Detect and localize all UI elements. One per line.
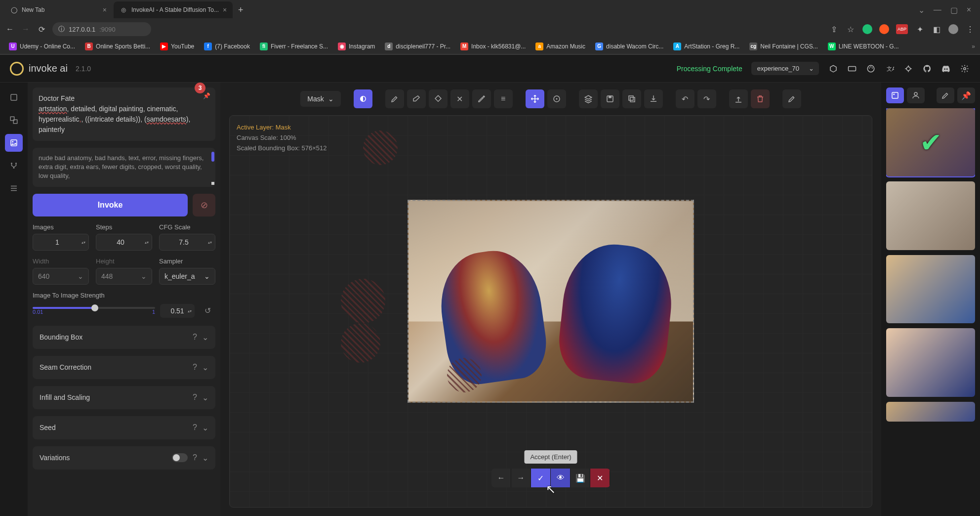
- layer-select[interactable]: Mask⌄: [300, 91, 340, 107]
- reset-button[interactable]: ↺: [200, 303, 215, 319]
- keyboard-icon[interactable]: [847, 63, 858, 74]
- negative-prompt-input[interactable]: nude bad anatomy, bad hands, text, error…: [33, 148, 215, 187]
- slider-thumb[interactable]: [91, 304, 98, 311]
- txt2img-tab-icon[interactable]: [5, 88, 23, 106]
- infill-scaling-accordion[interactable]: Infill and Scaling ?⌄: [33, 386, 215, 409]
- share-icon[interactable]: ⇪: [829, 25, 839, 34]
- upload-button[interactable]: [729, 89, 748, 108]
- sidepanel-icon[interactable]: ◧: [932, 25, 941, 34]
- download-button[interactable]: [644, 89, 663, 108]
- resize-handle[interactable]: [211, 182, 214, 185]
- transform-tool-button[interactable]: [547, 89, 566, 108]
- close-icon[interactable]: ×: [103, 6, 107, 14]
- bookmark-item[interactable]: fiFiverr - Freelance S...: [256, 41, 332, 52]
- reload-button[interactable]: ⟳: [37, 25, 46, 34]
- url-bar[interactable]: ⓘ 127.0.0.1:9090: [52, 22, 151, 36]
- language-icon[interactable]: 文A: [884, 63, 895, 74]
- chevron-down-icon[interactable]: ⌄: [918, 5, 925, 15]
- gallery-settings-button[interactable]: [937, 87, 954, 103]
- browser-tab-invokeai[interactable]: ◎ InvokeAI - A Stable Diffusion To... ×: [114, 1, 233, 18]
- colorpicker-button[interactable]: [472, 89, 491, 108]
- menu-icon[interactable]: ⋮: [965, 25, 975, 34]
- spinner-icon[interactable]: ▴▾: [145, 240, 149, 244]
- strength-slider[interactable]: [33, 307, 155, 309]
- ext-icon[interactable]: ABP: [896, 24, 908, 34]
- strength-value-input[interactable]: 0.51▴▾: [160, 304, 195, 318]
- bookmark-item[interactable]: ddiscipleneil777 - Pr...: [381, 41, 454, 52]
- staging-save-button[interactable]: 💾: [571, 469, 590, 487]
- cube-icon[interactable]: [828, 63, 839, 74]
- ext-icon[interactable]: [862, 24, 872, 34]
- gallery-thumb[interactable]: ✔: [886, 108, 975, 176]
- bookmark-item[interactable]: UUdemy - Online Co...: [5, 41, 79, 52]
- delete-button[interactable]: [751, 89, 770, 108]
- canvas-tab-icon[interactable]: [5, 134, 23, 152]
- bookmark-item[interactable]: cgNeil Fontaine | CGS...: [745, 41, 822, 52]
- images-input[interactable]: 1▴▾: [33, 234, 89, 251]
- ext-icon[interactable]: [879, 24, 889, 34]
- spinner-icon[interactable]: ▴▾: [208, 240, 212, 244]
- bookmark-item[interactable]: ▶YouTube: [156, 41, 198, 52]
- new-tab-button[interactable]: +: [234, 3, 247, 17]
- img2img-tab-icon[interactable]: [5, 111, 23, 129]
- spinner-icon[interactable]: ▴▾: [82, 240, 85, 244]
- canvas-settings-button[interactable]: [782, 89, 801, 108]
- close-icon[interactable]: ×: [223, 6, 227, 14]
- bookmark-item[interactable]: AArtStation - Greg R...: [669, 41, 743, 52]
- undo-button[interactable]: ↶: [676, 89, 694, 108]
- gallery-user-tab[interactable]: [907, 87, 925, 103]
- help-icon[interactable]: ?: [193, 333, 197, 342]
- mask-tool-button[interactable]: [354, 89, 372, 108]
- gallery-thumb[interactable]: [886, 402, 975, 422]
- bookmarks-overflow-icon[interactable]: »: [972, 43, 975, 50]
- lines-icon[interactable]: ≡: [494, 89, 513, 108]
- variations-toggle[interactable]: [172, 453, 188, 462]
- staging-discard-button[interactable]: ✕: [590, 469, 610, 487]
- staging-show-button[interactable]: 👁: [551, 469, 571, 487]
- gallery-pin-button[interactable]: 📌: [957, 87, 975, 103]
- redo-button[interactable]: ↷: [697, 89, 716, 108]
- star-icon[interactable]: ☆: [846, 25, 856, 34]
- close-icon[interactable]: ×: [967, 5, 971, 15]
- gallery-thumb[interactable]: [886, 255, 975, 323]
- seed-accordion[interactable]: Seed ?⌄: [33, 416, 215, 439]
- profile-avatar[interactable]: [948, 24, 958, 34]
- bug-icon[interactable]: [903, 63, 914, 74]
- gallery-thumb[interactable]: [886, 328, 975, 396]
- staging-prev-button[interactable]: ←: [491, 469, 511, 487]
- bookmark-item[interactable]: ◉Instagram: [334, 41, 379, 52]
- pin-icon[interactable]: 📌: [203, 92, 210, 99]
- extensions-icon[interactable]: ✦: [915, 25, 925, 34]
- help-icon[interactable]: ?: [193, 453, 197, 462]
- staging-accept-button[interactable]: ✓: [531, 469, 551, 487]
- cfg-input[interactable]: 7.5▴▾: [159, 234, 215, 251]
- gallery-thumb[interactable]: [886, 181, 975, 250]
- help-icon[interactable]: ?: [193, 423, 197, 432]
- move-tool-button[interactable]: [526, 89, 544, 108]
- settings-icon[interactable]: [959, 63, 970, 74]
- help-icon[interactable]: ?: [193, 393, 197, 402]
- invoke-button[interactable]: Invoke: [33, 194, 188, 216]
- height-select[interactable]: 448⌄: [96, 268, 152, 285]
- bookmark-item[interactable]: aAmazon Music: [531, 41, 589, 52]
- browser-tab-newtab[interactable]: ◯ New Tab ×: [4, 1, 113, 18]
- palette-icon[interactable]: [865, 63, 876, 74]
- bookmark-item[interactable]: f(7) Facebook: [200, 41, 254, 52]
- maximize-icon[interactable]: ▢: [950, 5, 958, 15]
- bookmark-item[interactable]: MInbox - klk56831@...: [456, 41, 530, 52]
- github-icon[interactable]: [922, 63, 933, 74]
- clear-button[interactable]: ✕: [450, 89, 469, 108]
- discord-icon[interactable]: [940, 63, 951, 74]
- minimize-icon[interactable]: —: [934, 5, 941, 15]
- forward-button[interactable]: →: [21, 25, 31, 34]
- gallery-images-tab[interactable]: [886, 87, 904, 103]
- variations-accordion[interactable]: Variations ?⌄: [33, 446, 215, 470]
- sampler-select[interactable]: k_euler_a⌄: [159, 268, 215, 285]
- bookmark-item[interactable]: Gdisable Wacom Circ...: [591, 41, 667, 52]
- bounding-box-accordion[interactable]: Bounding Box ?⌄: [33, 326, 215, 349]
- prompt-input[interactable]: 📌 Doctor Fate artstation, detailed, digi…: [33, 87, 215, 141]
- bookmark-item[interactable]: WLINE WEBTOON - G...: [824, 41, 903, 52]
- fill-tool-button[interactable]: [429, 89, 448, 108]
- save-button[interactable]: [601, 89, 619, 108]
- staging-next-button[interactable]: →: [511, 469, 531, 487]
